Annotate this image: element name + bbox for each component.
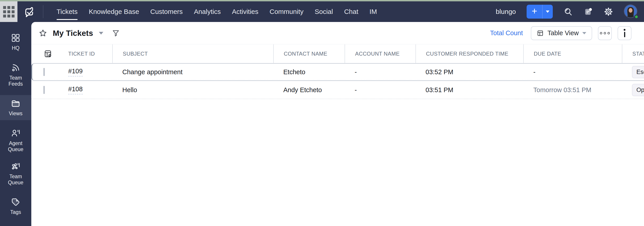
left-sidebar: HQ Team Feeds Views Agent Queue — [0, 22, 31, 226]
nav-item-knowledge-base[interactable]: Knowledge Base — [83, 1, 145, 22]
sidebar-item-tags[interactable]: Tags — [0, 194, 31, 219]
plus-icon[interactable]: + — [526, 5, 542, 19]
total-count-link[interactable]: Total Count — [490, 29, 523, 37]
cell-customer-responded-time: 03:52 PM — [416, 68, 523, 76]
row-checkbox[interactable] — [44, 86, 44, 94]
column-header-ticket-id[interactable]: TICKET ID — [58, 44, 112, 63]
search-icon — [564, 7, 573, 16]
gear-icon — [604, 7, 613, 16]
team-queue-icon — [11, 161, 20, 171]
sidebar-item-team-queue[interactable]: Team Queue — [0, 161, 31, 187]
sidebar-item-agent-queue[interactable]: Agent Queue — [0, 127, 31, 153]
cell-contact-name: Andy Etcheto — [273, 86, 344, 94]
chevron-down-icon — [546, 11, 550, 13]
module-nav: Tickets Knowledge Base Customers Analyti… — [51, 1, 382, 22]
star-icon[interactable] — [38, 29, 48, 38]
agent-queue-icon — [11, 128, 20, 138]
filter-funnel-icon[interactable] — [112, 29, 120, 37]
column-header-due-date[interactable]: DUE DATE — [523, 44, 622, 63]
table-settings-cell[interactable] — [31, 44, 58, 63]
apps-grid-button[interactable] — [0, 1, 18, 22]
cell-due-date: Tomorrow 03:51 PM — [523, 86, 622, 94]
cell-customer-responded-time: 03:51 PM — [416, 86, 523, 94]
signal-icon — [11, 63, 20, 73]
nav-item-analytics[interactable]: Analytics — [188, 1, 226, 22]
tag-icon — [11, 197, 20, 207]
chevron-down-icon — [582, 32, 586, 34]
nav-label: Social — [314, 8, 333, 16]
add-dropdown-toggle[interactable] — [542, 5, 553, 19]
status-badge[interactable]: Escalated — [632, 66, 644, 78]
feeds-notifications-button[interactable] — [584, 7, 593, 16]
nav-label: Community — [270, 8, 304, 16]
cell-subject[interactable]: Change appointment — [112, 68, 273, 76]
cell-account-name: - — [344, 86, 416, 94]
ticket-id-link[interactable]: #109 — [68, 67, 83, 76]
nav-item-social[interactable]: Social — [309, 1, 338, 22]
nav-item-activities[interactable]: Activities — [226, 1, 264, 22]
view-mode-button[interactable]: Table View — [531, 26, 592, 40]
ticket-id-link[interactable]: #108 — [68, 85, 83, 94]
sidebar-item-team-feeds[interactable]: Team Feeds — [0, 62, 31, 88]
feeds-icon — [584, 7, 593, 16]
sidebar-item-label: Agent Queue — [4, 140, 27, 152]
nav-item-im[interactable]: IM — [364, 1, 382, 22]
topbar-divider — [43, 5, 44, 18]
column-header-account-name[interactable]: ACCOUNT NAME — [344, 44, 416, 63]
zoho-desk-logo-icon — [23, 5, 36, 19]
online-status-dot — [634, 15, 639, 19]
apps-grid-icon — [3, 6, 14, 18]
nav-label: Customers — [150, 8, 183, 16]
table-settings-icon — [44, 49, 52, 58]
cell-contact-name: Etcheto — [273, 68, 344, 76]
nav-item-customers[interactable]: Customers — [145, 1, 188, 22]
view-selector-caret-icon[interactable] — [99, 32, 103, 35]
table-row[interactable]: #108 Hello Andy Etcheto - 03:51 PM Tomor… — [31, 81, 644, 99]
hq-grid-icon — [11, 33, 20, 43]
info-button[interactable] — [618, 26, 632, 40]
table-row[interactable]: #109 Change appointment Etcheto - 03:52 … — [31, 63, 644, 81]
row-checkbox[interactable] — [44, 68, 44, 76]
view-header: My Tickets Total Count Table View — [31, 22, 644, 44]
org-name: blungo — [496, 8, 516, 16]
view-title[interactable]: My Tickets — [53, 29, 93, 38]
nav-item-chat[interactable]: Chat — [338, 1, 364, 22]
nav-label: Knowledge Base — [89, 8, 139, 16]
column-header-status[interactable]: STATUS — [622, 44, 644, 63]
column-header-subject[interactable]: SUBJECT — [112, 44, 273, 63]
column-header-customer-responded-time[interactable]: CUSTOMER RESPONDED TIME — [416, 44, 523, 63]
sidebar-item-label: Team Queue — [4, 174, 27, 186]
nav-label: Chat — [344, 8, 358, 16]
settings-button[interactable] — [604, 7, 613, 16]
cell-subject[interactable]: Hello — [112, 86, 273, 94]
window-top-strip — [0, 0, 644, 1]
nav-label: Analytics — [194, 8, 221, 16]
nav-item-community[interactable]: Community — [264, 1, 309, 22]
nav-item-tickets[interactable]: Tickets — [51, 1, 83, 22]
sidebar-item-label: Team Feeds — [4, 75, 27, 87]
nav-label: Tickets — [56, 8, 78, 16]
sidebar-item-label: Tags — [10, 209, 21, 215]
table-header-row: TICKET ID SUBJECT CONTACT NAME ACCOUNT N… — [31, 44, 644, 63]
main-content: My Tickets Total Count Table View — [31, 22, 644, 226]
view-mode-label: Table View — [548, 29, 579, 37]
add-ticket-split-button[interactable]: + — [526, 5, 553, 19]
user-avatar[interactable] — [624, 5, 638, 19]
sidebar-item-views[interactable]: Views — [0, 95, 31, 120]
topbar-right-cluster: blungo + — [496, 5, 644, 19]
topbar: Tickets Knowledge Base Customers Analyti… — [0, 1, 644, 22]
ellipsis-icon — [600, 32, 610, 34]
sidebar-item-label: Views — [9, 110, 22, 117]
cell-due-date: - — [523, 68, 622, 76]
search-button[interactable] — [564, 7, 573, 16]
folder-icon — [11, 98, 20, 108]
sidebar-item-hq[interactable]: HQ — [0, 30, 31, 55]
info-icon — [624, 29, 626, 37]
more-options-button[interactable] — [598, 26, 612, 40]
status-badge[interactable]: Open — [632, 84, 644, 96]
nav-label: IM — [370, 8, 377, 16]
nav-label: Activities — [232, 8, 258, 16]
sidebar-item-label: HQ — [12, 45, 20, 51]
cell-account-name: - — [344, 68, 416, 76]
column-header-contact-name[interactable]: CONTACT NAME — [273, 44, 344, 63]
